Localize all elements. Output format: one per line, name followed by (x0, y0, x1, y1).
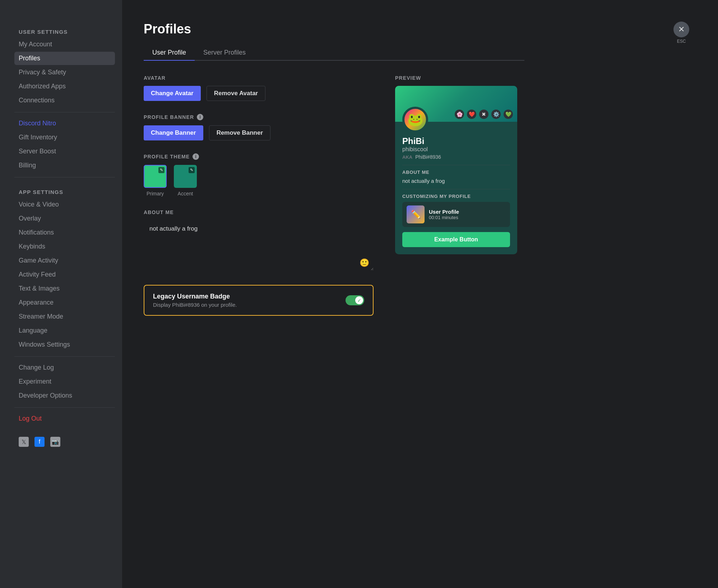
page-title: Profiles (144, 22, 524, 37)
preview-banner: 🐸 🌸 ❤️ ✖ ⚙️ 💚 (395, 86, 517, 122)
theme-info-icon[interactable]: i (193, 153, 199, 160)
preview-about-me-text: not actually a frog (402, 178, 510, 184)
preview-customizing-time: 00:01 minutes (429, 215, 459, 220)
tab-user-profile[interactable]: User Profile (144, 45, 195, 61)
legacy-badge-info: Legacy Username Badge Display PhiBi#8936… (153, 293, 237, 308)
tab-server-profiles[interactable]: Server Profiles (195, 45, 254, 61)
sidebar-section-user-settings: USER SETTINGS (14, 29, 115, 35)
preview-customizing-title: User Profile (429, 209, 459, 215)
badge-1: ❤️ (467, 110, 476, 119)
primary-swatch-edit-icon: ✎ (158, 167, 165, 173)
social-links: 𝕏 f 📷 (14, 437, 115, 447)
profile-layout: AVATAR Change Avatar Remove Avatar PROFI… (144, 75, 524, 316)
banner-info-icon[interactable]: i (197, 114, 203, 120)
sidebar-item-connections[interactable]: Connections (14, 94, 115, 107)
sidebar-item-game-activity[interactable]: Game Activity (14, 254, 115, 267)
sidebar-item-language[interactable]: Language (14, 324, 115, 337)
sidebar-item-discord-nitro[interactable]: Discord Nitro (14, 117, 115, 130)
sidebar-item-keybinds[interactable]: Keybinds (14, 240, 115, 253)
emoji-button[interactable]: 🙂 (360, 258, 369, 268)
sidebar-divider-1 (14, 112, 115, 112)
toggle-check-icon: ✓ (357, 298, 361, 303)
preview-customizing-section: CUSTOMIZING MY PROFILE ✏️ User Profile 0… (402, 194, 510, 247)
preview-aka-label: AKA (402, 154, 412, 160)
sidebar-item-voice-video[interactable]: Voice & Video (14, 198, 115, 211)
preview-customizing-row: ✏️ User Profile 00:01 minutes (402, 202, 510, 227)
profile-right: PREVIEW 🐸 🌸 ❤️ (395, 75, 524, 316)
change-banner-button[interactable]: Change Banner (144, 125, 203, 140)
sidebar-item-log-out[interactable]: Log Out (14, 412, 115, 425)
close-button-wrap[interactable]: ✕ ESC (673, 22, 689, 44)
sidebar-item-billing[interactable]: Billing (14, 159, 115, 172)
sidebar-item-windows-settings[interactable]: Windows Settings (14, 338, 115, 351)
preview-avatar-wrap: 🐸 (402, 107, 428, 133)
profile-preview-card: 🐸 🌸 ❤️ ✖ ⚙️ 💚 (395, 86, 517, 254)
preview-about-me-label: ABOUT ME (402, 170, 510, 175)
instagram-icon[interactable]: 📷 (50, 437, 60, 447)
sidebar-item-my-account[interactable]: My Account (14, 38, 115, 51)
badge-4: 💚 (504, 110, 513, 119)
preview-username: phibiscool (402, 146, 510, 153)
primary-color-swatch[interactable]: ✎ (144, 165, 167, 188)
preview-body: PhiBi phibiscool AKA PhiBi#8936 ABOUT ME… (395, 122, 517, 254)
about-me-section-label: ABOUT ME (144, 209, 374, 215)
sidebar-item-activity-feed[interactable]: Activity Feed (14, 268, 115, 281)
preview-customizing-label: CUSTOMIZING MY PROFILE (402, 194, 510, 199)
accent-swatch-edit-icon: ✎ (189, 167, 195, 173)
badge-3: ⚙️ (491, 110, 501, 119)
sidebar-divider-2 (14, 177, 115, 177)
twitter-icon[interactable]: 𝕏 (19, 437, 29, 447)
profile-left: AVATAR Change Avatar Remove Avatar PROFI… (144, 75, 374, 316)
facebook-icon[interactable]: f (34, 437, 45, 447)
banner-btn-row: Change Banner Remove Banner (144, 125, 374, 140)
sidebar-item-server-boost[interactable]: Server Boost (14, 145, 115, 158)
sidebar-item-notifications[interactable]: Notifications (14, 226, 115, 239)
sidebar-divider-4 (14, 407, 115, 408)
legacy-badge-title: Legacy Username Badge (153, 293, 237, 300)
preview-badge-row: 🌸 ❤️ ✖ ⚙️ 💚 (455, 110, 513, 119)
preview-customizing-thumb: ✏️ (407, 205, 425, 223)
legacy-badge-toggle[interactable]: ✓ (346, 295, 364, 305)
change-avatar-button[interactable]: Change Avatar (144, 86, 201, 101)
sidebar-item-experiment[interactable]: Experiment (14, 375, 115, 388)
sidebar-item-text-images[interactable]: Text & Images (14, 282, 115, 295)
preview-display-name: PhiBi (402, 136, 510, 146)
sidebar-item-streamer-mode[interactable]: Streamer Mode (14, 310, 115, 323)
accent-swatch-label: Accent (178, 191, 193, 196)
avatar-section-label: AVATAR (144, 75, 374, 81)
preview-aka-value: PhiBi#8936 (415, 154, 441, 160)
sidebar-item-profiles[interactable]: Profiles (14, 52, 115, 65)
profile-tabs: User Profile Server Profiles (144, 45, 524, 61)
avatar-emoji: 🐸 (407, 112, 423, 127)
about-me-input[interactable]: not actually a frog (144, 220, 374, 270)
preview-customizing-info: User Profile 00:01 minutes (429, 209, 459, 220)
close-esc-label: ESC (677, 39, 686, 44)
sidebar-item-developer-options[interactable]: Developer Options (14, 389, 115, 402)
primary-swatch-label: Primary (147, 191, 164, 196)
remove-avatar-button[interactable]: Remove Avatar (207, 86, 266, 101)
preview-avatar: 🐸 (402, 107, 428, 133)
banner-section-header: PROFILE BANNER i (144, 114, 374, 120)
banner-section-label: PROFILE BANNER (144, 114, 194, 120)
sidebar-item-authorized-apps[interactable]: Authorized Apps (14, 80, 115, 93)
legacy-badge-desc: Display PhiBi#8936 on your profile. (153, 302, 237, 308)
remove-banner-button[interactable]: Remove Banner (209, 125, 270, 140)
toggle-knob: ✓ (355, 296, 363, 304)
preview-example-button[interactable]: Example Button (402, 232, 510, 247)
about-me-wrap: not actually a frog 🙂 (144, 220, 374, 272)
theme-swatches: ✎ Primary ✎ Accent (144, 165, 374, 196)
sidebar-item-privacy-safety[interactable]: Privacy & Safety (14, 66, 115, 79)
accent-swatch-wrap: ✎ Accent (174, 165, 197, 196)
close-button[interactable]: ✕ (673, 22, 689, 37)
sidebar-item-gift-inventory[interactable]: Gift Inventory (14, 131, 115, 144)
primary-swatch-wrap: ✎ Primary (144, 165, 167, 196)
preview-label: PREVIEW (395, 75, 524, 81)
main-content: Profiles User Profile Server Profiles AV… (122, 0, 553, 337)
sidebar-item-appearance[interactable]: Appearance (14, 296, 115, 309)
legacy-badge-card: Legacy Username Badge Display PhiBi#8936… (144, 285, 374, 316)
sidebar-section-app-settings: APP SETTINGS (14, 189, 115, 195)
theme-section-label: PROFILE THEME (144, 154, 190, 159)
accent-color-swatch[interactable]: ✎ (174, 165, 197, 188)
sidebar-item-overlay[interactable]: Overlay (14, 212, 115, 225)
sidebar-item-change-log[interactable]: Change Log (14, 361, 115, 374)
